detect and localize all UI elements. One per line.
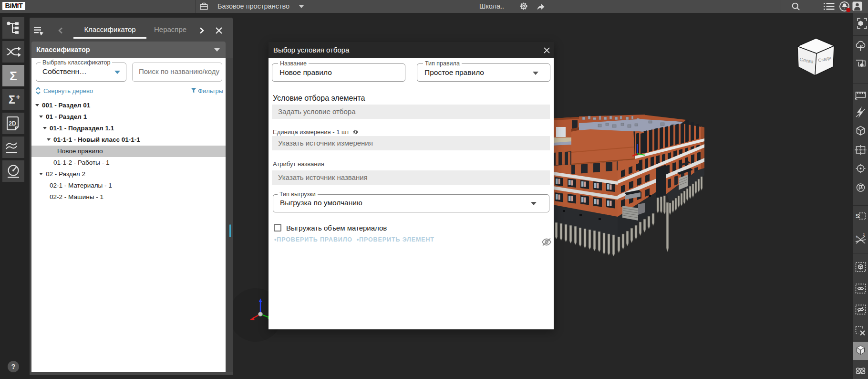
svg-text:Σ: Σ	[10, 69, 17, 83]
svg-text:2: 2	[863, 233, 865, 236]
svg-text:Σ: Σ	[9, 94, 15, 106]
svg-text:2D: 2D	[9, 120, 16, 127]
svg-text:+: +	[16, 93, 21, 101]
svg-text:1: 1	[856, 235, 858, 239]
svg-text:S: S	[856, 213, 859, 220]
